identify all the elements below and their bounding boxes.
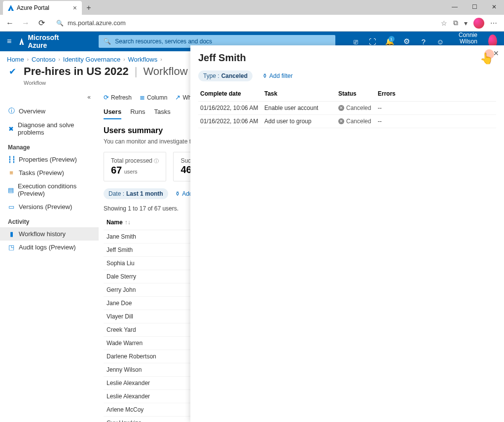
nav-header-manage: Manage [0,139,99,153]
col-errors[interactable]: Errors [376,86,496,102]
table-row: 01/16/2022, 10:06 AMAdd user to group✕Ca… [198,115,496,128]
crumb-workflows[interactable]: Workflows [128,56,158,63]
refresh-button[interactable]: ⟳Refresh [104,94,132,101]
column-button[interactable]: ≣Column [140,94,167,101]
azure-icon [8,5,14,11]
brand[interactable]: Microsoft Azure [19,34,61,49]
nav-properties[interactable]: ┇┇Properties (Preview) [0,153,99,166]
nav-label: Properties (Preview) [19,156,77,163]
nav-overview[interactable]: ⓘOverview [0,104,99,118]
left-nav: « ⓘOverview ✖Diagnose and solve problems… [0,91,99,422]
card-total-processed: Total processed ⓘ 67 users [104,152,166,181]
window-maximize[interactable]: ☐ [465,0,484,14]
conditions-icon: ▤ [8,186,14,194]
history-icon: ▮ [8,230,15,238]
crumb-identity[interactable]: Identity Governance [63,56,120,63]
audit-icon: ◳ [8,244,15,251]
cloudshell-icon[interactable]: ⎚ [351,37,360,46]
help-icon[interactable]: ? [419,37,428,46]
favorite-icon[interactable]: ☆ [441,19,447,27]
info-icon: ⓘ [8,106,15,115]
cell-complete: 01/16/2022, 10:06 AM [198,102,262,115]
tab-close-icon[interactable]: × [73,4,77,12]
pill-label: Type : [203,72,219,79]
panel-title: Jeff Smith [198,52,496,68]
nav-audit-logs[interactable]: ◳Audit logs (Preview) [0,241,99,254]
nav-workflow-history[interactable]: ▮Workflow history [0,227,99,241]
nav-header-activity: Activity [0,213,99,227]
type-filter-pill[interactable]: Type : Canceled [198,70,252,81]
card-number: 67 [111,165,122,176]
panel-table: Complete date Task Status Errors 01/16/2… [198,86,496,128]
cell-task: Enable user account [262,102,336,115]
cell-status: ✕Canceled [336,115,376,128]
window-minimize[interactable]: — [445,0,465,14]
date-filter-pill[interactable]: Date : Last 1 month [104,188,168,199]
tab-tasks[interactable]: Tasks [154,106,171,119]
collections-icon[interactable]: ⧉ [453,19,458,27]
profile-avatar[interactable] [473,18,484,29]
crumb-contoso[interactable]: Contoso [32,56,55,63]
cell-status: ✕Canceled [336,102,376,115]
back-button[interactable]: ← [4,17,16,29]
col-complete-date[interactable]: Complete date [198,86,262,102]
crumb-home[interactable]: Home [7,56,24,63]
search-icon: 🔍 [104,38,111,45]
address-bar[interactable]: 🔍 ms.portal.azure.com [51,17,437,30]
properties-icon: ┇┇ [8,156,15,163]
nav-label: Versions (Preview) [19,203,72,211]
card-label: Total processed [111,157,152,164]
more-icon[interactable]: ⋯ [490,19,497,27]
pill-label: Date : [108,190,124,197]
info-icon[interactable]: ⓘ [154,158,159,164]
canceled-icon: ✕ [338,105,344,111]
btn-label: Add filter [269,72,292,79]
nav-tasks[interactable]: ≡Tasks (Preview) [0,166,99,179]
diagnose-icon: ✖ [8,125,14,133]
nav-versions[interactable]: ▭Versions (Preview) [0,200,99,213]
column-icon: ≣ [140,94,145,101]
notifications-icon[interactable]: 🔔1 [385,37,395,46]
new-tab-button[interactable]: + [82,1,96,15]
caret-down-icon[interactable]: ▾ [464,19,468,27]
panel-add-filter[interactable]: ⚱Add filter [262,72,292,79]
tab-title: Azure Portal [17,4,49,11]
browser-tab[interactable]: Azure Portal × [3,1,82,15]
cell-errors: -- [376,115,496,128]
tasks-icon: ≡ [8,169,15,176]
feedback-icon[interactable]: ☺ [436,37,445,46]
tab-runs[interactable]: Runs [130,106,145,119]
hamburger-icon[interactable]: ≡ [7,37,11,46]
url-text: ms.portal.azure.com [68,19,126,27]
col-status[interactable]: Status [336,86,376,102]
browser-chrome: — ☐ ✕ Azure Portal × + ← → ⟳ 🔍 ms.portal… [0,0,504,32]
canceled-icon: ✕ [338,118,344,124]
workflow-icon: ✔︎ [7,66,18,77]
nav-exec-conditions[interactable]: ▤Execution conditions (Preview) [0,179,99,200]
external-icon: ↗ [175,94,180,101]
filter-icon: ⚱ [262,72,267,79]
tab-users[interactable]: Users [104,106,121,119]
window-close[interactable]: ✕ [484,0,504,14]
pill-value: Last 1 month [126,190,163,197]
settings-icon[interactable]: ⚙ [402,37,411,46]
pill-value: Canceled [221,72,248,79]
nav-label: Tasks (Preview) [19,169,64,176]
directory-icon[interactable]: ⛶ [368,37,377,46]
nav-label: Diagnose and solve problems [18,121,91,136]
page-title: Pre-hires in US 2022 [24,65,129,78]
nav-label: Audit logs (Preview) [19,244,76,251]
col-label: Name [107,219,123,226]
forward-button[interactable]: → [20,17,32,29]
detail-panel: ✕ Jeff Smith Type : Canceled ⚱Add filter… [190,45,504,422]
versions-icon: ▭ [8,203,15,211]
collapse-nav-icon[interactable]: « [0,93,99,104]
cursor-highlight [484,49,494,59]
notification-badge: 1 [389,36,395,42]
nav-diagnose[interactable]: ✖Diagnose and solve problems [0,118,99,139]
refresh-button[interactable]: ⟳ [36,17,47,29]
col-task[interactable]: Task [262,86,336,102]
cell-complete: 01/16/2022, 10:06 AM [198,115,262,128]
user-name: Connie Wilson [453,32,477,45]
btn-label: Column [147,94,167,101]
